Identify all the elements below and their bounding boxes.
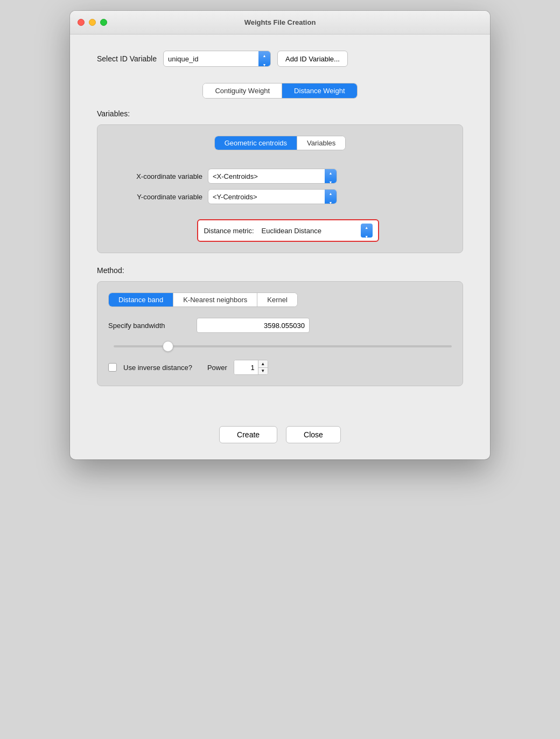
main-tab-strip: Contiguity Weight Distance Weight bbox=[97, 83, 463, 99]
id-variable-spinner[interactable] bbox=[258, 51, 270, 66]
main-tab-group: Contiguity Weight Distance Weight bbox=[202, 83, 357, 99]
tab-kernel[interactable]: Kernel bbox=[257, 293, 297, 306]
spinner-up-icon bbox=[263, 51, 267, 59]
tab-contiguity-weight[interactable]: Contiguity Weight bbox=[203, 83, 282, 98]
spinner-down-icon bbox=[263, 59, 267, 67]
spinner-down-icon bbox=[329, 177, 333, 184]
method-tab-group: Distance band K-Nearest neighbors Kernel bbox=[108, 292, 298, 307]
power-down-button[interactable]: ▼ bbox=[258, 368, 268, 375]
id-variable-label: Select ID Variable bbox=[97, 54, 157, 63]
x-coordinate-value: <X-Centroids> bbox=[208, 172, 325, 180]
method-section-label: Method: bbox=[97, 266, 463, 275]
add-id-button[interactable]: Add ID Variable... bbox=[277, 51, 348, 67]
power-spinner[interactable]: ▲ ▼ bbox=[234, 360, 268, 375]
bandwidth-label: Specify bandwidth bbox=[108, 322, 189, 330]
main-window: Weights File Creation Select ID Variable… bbox=[70, 11, 490, 459]
spinner-down-icon bbox=[365, 231, 368, 240]
spinner-up-icon bbox=[329, 169, 333, 176]
power-arrows: ▲ ▼ bbox=[258, 360, 268, 374]
power-input[interactable] bbox=[234, 360, 258, 374]
variables-section-label: Variables: bbox=[97, 109, 463, 118]
spinner-arrows bbox=[329, 169, 333, 184]
maximize-button[interactable] bbox=[100, 19, 107, 26]
inverse-distance-row: Use inverse distance? Power ▲ ▼ bbox=[108, 360, 452, 375]
distance-metric-value: Euclidean Distance bbox=[260, 227, 361, 235]
titlebar: Weights File Creation bbox=[70, 11, 490, 34]
variables-sub-tab-group: Geometric centroids Variables bbox=[214, 136, 346, 150]
distance-metric-select[interactable]: Euclidean Distance bbox=[260, 224, 373, 238]
spinner-down-icon bbox=[329, 197, 333, 205]
footer: Create Close bbox=[70, 415, 490, 459]
close-button[interactable] bbox=[78, 19, 85, 26]
y-coordinate-label: Y-coordinate variable bbox=[108, 193, 202, 201]
traffic-lights bbox=[78, 19, 107, 26]
y-coordinate-row: Y-coordinate variable <Y-Centroids> bbox=[108, 189, 452, 204]
minimize-button[interactable] bbox=[89, 19, 96, 26]
create-button[interactable]: Create bbox=[219, 426, 277, 443]
id-variable-select[interactable]: unique_id bbox=[163, 51, 271, 67]
distance-metric-label: Distance metric: bbox=[204, 227, 254, 235]
tab-k-nearest[interactable]: K-Nearest neighbors bbox=[173, 293, 257, 306]
y-coordinate-select[interactable]: <Y-Centroids> bbox=[208, 189, 337, 204]
power-up-button[interactable]: ▲ bbox=[258, 360, 268, 368]
id-variable-value: unique_id bbox=[164, 55, 258, 63]
x-coordinate-spinner[interactable] bbox=[325, 169, 337, 183]
x-coordinate-row: X-coordinate variable <X-Centroids> bbox=[108, 169, 452, 184]
inverse-distance-checkbox[interactable] bbox=[108, 363, 117, 372]
bandwidth-slider[interactable] bbox=[114, 345, 452, 347]
distance-metric-spinner[interactable] bbox=[361, 224, 373, 238]
spinner-up-icon bbox=[365, 222, 368, 231]
x-coordinate-select[interactable]: <X-Centroids> bbox=[208, 169, 337, 184]
method-panel: Distance band K-Nearest neighbors Kernel… bbox=[97, 281, 463, 386]
spinner-up-icon bbox=[329, 189, 333, 197]
y-coordinate-value: <Y-Centroids> bbox=[208, 193, 325, 201]
x-coordinate-label: X-coordinate variable bbox=[108, 172, 202, 180]
variables-panel: Geometric centroids Variables X-coordina… bbox=[97, 124, 463, 253]
spinner-arrows bbox=[263, 51, 267, 67]
inverse-distance-label: Use inverse distance? bbox=[123, 364, 192, 372]
content-area: Select ID Variable unique_id Add ID Vari… bbox=[70, 34, 490, 415]
bandwidth-input[interactable] bbox=[197, 318, 310, 333]
tab-distance-weight[interactable]: Distance Weight bbox=[282, 83, 356, 98]
distance-metric-row: Distance metric: Euclidean Distance bbox=[197, 219, 379, 242]
y-coordinate-spinner[interactable] bbox=[325, 190, 337, 204]
close-button[interactable]: Close bbox=[286, 426, 341, 443]
tab-variables[interactable]: Variables bbox=[297, 136, 345, 150]
tab-geometric-centroids[interactable]: Geometric centroids bbox=[215, 136, 297, 150]
slider-row bbox=[108, 340, 452, 349]
spinner-arrows bbox=[329, 189, 333, 204]
bandwidth-row: Specify bandwidth bbox=[108, 318, 452, 333]
window-title: Weights File Creation bbox=[244, 18, 316, 26]
power-label: Power bbox=[207, 364, 227, 372]
spinner-arrows bbox=[365, 222, 368, 240]
tab-distance-band[interactable]: Distance band bbox=[109, 293, 173, 306]
id-variable-row: Select ID Variable unique_id Add ID Vari… bbox=[97, 51, 463, 67]
